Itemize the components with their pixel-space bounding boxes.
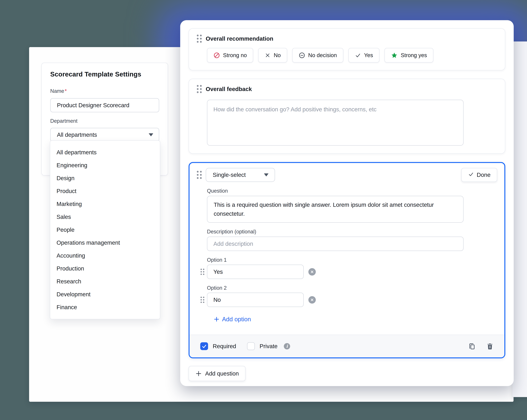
copy-icon [468, 343, 476, 350]
x-icon [310, 270, 314, 274]
required-label: Required [213, 343, 236, 350]
question-editor-footer: Required Private i [189, 335, 504, 357]
done-button[interactable]: Done [461, 168, 497, 182]
no-decision-button[interactable]: No decision [292, 48, 343, 63]
department-option[interactable]: Operations management [50, 236, 160, 249]
option-2-label: Option 2 [207, 285, 497, 291]
drag-handle-icon[interactable] [200, 269, 205, 275]
remove-option-button[interactable] [308, 268, 316, 276]
rec-button-label: Strong no [223, 52, 247, 58]
x-icon [264, 52, 271, 58]
no-button[interactable]: No [258, 48, 287, 63]
rec-button-label: No decision [308, 52, 337, 58]
department-option[interactable]: Product [50, 185, 160, 198]
overall-feedback-section: Overall feedback [188, 79, 505, 154]
check-icon [468, 171, 474, 179]
department-option[interactable]: People [50, 223, 160, 236]
department-option[interactable]: Research [50, 275, 160, 288]
template-builder-card: Overall recommendation Strong no [180, 20, 514, 386]
option-row [207, 265, 497, 279]
rec-button-label: Yes [364, 52, 373, 58]
check-icon [355, 52, 361, 58]
option-1-label: Option 1 [207, 257, 497, 263]
strong-no-button[interactable]: Strong no [207, 48, 253, 63]
recommendation-title: Overall recommendation [206, 35, 273, 42]
department-option[interactable]: Design [50, 172, 160, 185]
drag-handle-icon[interactable] [197, 171, 202, 179]
department-option[interactable]: Sales [50, 210, 160, 223]
block-icon [213, 52, 220, 59]
yes-button[interactable]: Yes [348, 48, 379, 63]
department-option[interactable]: Accounting [50, 249, 160, 262]
check-icon [201, 343, 207, 349]
strong-yes-button[interactable]: Strong yes [384, 48, 433, 63]
trash-icon [486, 343, 494, 350]
settings-card-title: Scorecard Template Settings [50, 70, 159, 78]
option-row [207, 293, 497, 307]
department-select-value: All departments [57, 132, 97, 138]
remove-option-button[interactable] [308, 296, 316, 304]
minus-circle-icon [299, 52, 305, 59]
drag-handle-icon[interactable] [197, 85, 202, 93]
chevron-down-icon [264, 173, 269, 177]
department-select[interactable]: All departments [50, 128, 159, 142]
drag-handle-icon[interactable] [197, 34, 202, 43]
description-input[interactable] [207, 237, 464, 251]
add-option-button[interactable]: Add option [214, 316, 251, 323]
plus-icon [195, 370, 202, 377]
private-checkbox[interactable] [247, 342, 255, 350]
drag-handle-icon[interactable] [200, 297, 205, 303]
question-editor-section: Single-select Done Question This is a re… [188, 162, 505, 358]
chevron-down-icon [149, 133, 153, 136]
department-label: Department [50, 118, 159, 124]
delete-question-button[interactable] [486, 343, 494, 350]
star-icon [391, 52, 398, 59]
template-name-input[interactable] [50, 98, 159, 112]
page: Scorecard Template Settings Name* Depart… [0, 0, 527, 420]
private-label: Private [260, 343, 277, 350]
plus-icon [214, 316, 220, 322]
description-label: Description (optional) [207, 229, 497, 235]
option-1-input[interactable] [207, 265, 304, 279]
info-icon[interactable]: i [284, 343, 290, 349]
duplicate-question-button[interactable] [468, 343, 476, 350]
question-type-value: Single-select [213, 172, 246, 178]
question-type-select[interactable]: Single-select [206, 168, 275, 182]
feedback-textarea[interactable] [207, 100, 464, 146]
department-dropdown: All departments Engineering Design Produ… [50, 140, 160, 319]
overall-recommendation-section: Overall recommendation Strong no [188, 28, 505, 70]
question-textarea[interactable]: This is a required question with single … [207, 196, 464, 223]
x-icon [310, 298, 314, 302]
feedback-title: Overall feedback [206, 86, 252, 92]
department-option[interactable]: Marketing [50, 198, 160, 210]
department-option[interactable]: Production [50, 262, 160, 275]
option-2-input[interactable] [207, 293, 304, 307]
required-checkbox[interactable] [200, 342, 208, 350]
department-option[interactable]: Engineering [50, 159, 160, 172]
add-question-button[interactable]: Add question [188, 366, 245, 381]
question-label: Question [207, 188, 497, 194]
department-option[interactable]: All departments [50, 146, 160, 159]
required-asterisk: * [65, 88, 67, 94]
department-option[interactable]: Finance [50, 301, 160, 314]
rec-button-label: Strong yes [401, 52, 427, 58]
rec-button-label: No [274, 52, 281, 58]
background-panel-right [512, 42, 527, 397]
name-label: Name* [50, 88, 159, 94]
department-option[interactable]: Development [50, 288, 160, 301]
